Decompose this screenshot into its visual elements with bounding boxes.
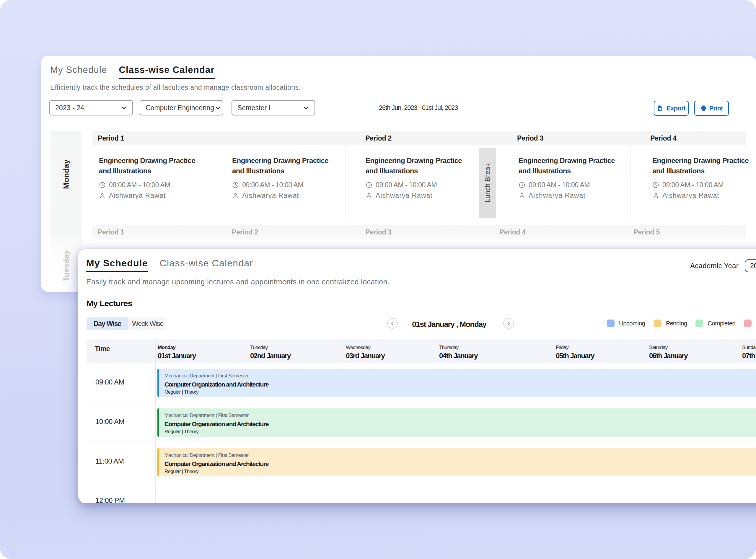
current-date: 01st January , Monday	[412, 320, 486, 329]
time-cell: 10:00 AM	[95, 418, 124, 426]
semester-select[interactable]: Semester I	[231, 100, 315, 115]
tab-my-schedule[interactable]: My Schedule	[86, 258, 148, 272]
legend-label: Pending	[666, 320, 687, 327]
day-header-thursday: Thursday 04th January	[439, 339, 477, 360]
class-card[interactable]: Engineering Drawing Practice and Illustr…	[99, 155, 217, 200]
legend-label: Completed	[708, 320, 735, 327]
lecture-event-upcoming[interactable]: Mechanical Department | First Semester C…	[157, 369, 756, 397]
tab-classwise-calendar[interactable]: Class-wise Calendar	[119, 65, 215, 79]
department-value: Computer Engineering	[146, 104, 214, 112]
legend-swatch	[654, 319, 662, 327]
clock-icon	[652, 182, 659, 188]
person-icon	[99, 192, 106, 199]
row-divider	[87, 363, 756, 363]
tab-my-schedule[interactable]: My Schedule	[50, 65, 107, 79]
academic-year-select[interactable]: 20	[745, 259, 756, 272]
legend-swatch	[607, 319, 615, 327]
chevron-down-icon	[120, 104, 128, 112]
event-department: Mechanical Department | First Semester	[164, 373, 756, 379]
next-day-button[interactable]	[503, 318, 514, 329]
day-name: Tuesday	[250, 344, 291, 351]
legend-label: Upcoming	[619, 320, 645, 327]
class-card[interactable]: Engineering Drawing Practice and Illustr…	[365, 155, 484, 200]
class-subject: Engineering Drawing Practice and Illustr…	[518, 155, 628, 176]
clock-icon	[365, 182, 372, 188]
day-date: 02nd January	[250, 352, 291, 360]
chevron-down-icon	[302, 104, 310, 112]
day-header-tuesday: Tuesday 02nd January	[250, 339, 291, 360]
class-time: 09:00 AM - 10:00 AM	[376, 181, 437, 189]
time-column-header: Time	[95, 345, 110, 353]
period-label: Period 3	[517, 134, 543, 142]
academic-year-value: 2023 - 24	[55, 104, 84, 112]
day-date: 03rd January	[346, 352, 384, 360]
time-cell: 12:00 PM	[95, 496, 125, 503]
academic-year-label: Academic Year	[690, 262, 739, 270]
event-title: Computer Organization and Architecture	[164, 381, 756, 388]
day-label-tuesday: Tuesday	[62, 250, 71, 282]
previous-day-button[interactable]	[387, 318, 398, 329]
lunch-break-label: Lunch Break	[484, 163, 491, 202]
person-icon	[232, 192, 239, 199]
row-divider	[87, 441, 756, 442]
class-card[interactable]: Engineering Drawing Practice and Illustr…	[652, 155, 756, 200]
week-date-range: 26th Jun, 2023 - 01st Jul, 2023	[379, 100, 458, 115]
legend-cancelled	[744, 319, 756, 327]
class-subject: Engineering Drawing Practice and Illustr…	[365, 155, 475, 176]
print-button[interactable]: Print	[694, 101, 729, 116]
person-icon	[652, 192, 659, 199]
day-label-monday: Monday	[62, 159, 71, 189]
day-date: 07th January	[742, 352, 756, 360]
export-button[interactable]: Export	[654, 101, 689, 116]
time-cell: 11:00 AM	[95, 457, 124, 465]
legend-upcoming: Upcoming	[607, 319, 645, 327]
tab-classwise-calendar[interactable]: Class-wise Calendar	[160, 258, 253, 272]
day-date: 06th January	[649, 352, 688, 360]
class-faculty: Aishwarya Rawat	[109, 192, 166, 200]
class-faculty: Aishwarya Rawat	[376, 192, 432, 200]
classwise-tabs: My Schedule Class-wise Calendar	[50, 65, 215, 79]
department-select[interactable]: Computer Engineering	[140, 100, 223, 115]
event-department: Mechanical Department | First Semester	[164, 452, 756, 458]
academic-year-select[interactable]: 2023 - 24	[49, 100, 133, 115]
event-department: Mechanical Department | First Semester	[164, 412, 756, 419]
lecture-event-pending[interactable]: Mechanical Department | First Semester C…	[157, 448, 756, 476]
class-faculty: Aishwarya Rawat	[242, 192, 299, 200]
schedule-table-header: Time Monday 01st January Tuesday 02nd Ja…	[87, 339, 756, 363]
lecture-event-completed[interactable]: Mechanical Department | First Semester C…	[157, 408, 756, 437]
event-tags: Regular | Theory	[164, 389, 756, 395]
person-icon	[518, 192, 525, 199]
class-subject: Engineering Drawing Practice and Illustr…	[232, 155, 341, 176]
class-faculty: Aishwarya Rawat	[529, 192, 585, 200]
chevron-down-icon	[214, 104, 222, 112]
my-schedule-card: My Schedule Class-wise Calendar Easily t…	[78, 249, 756, 503]
day-name: Friday	[556, 344, 594, 351]
day-date: 01st January	[158, 352, 196, 360]
day-date: 04th January	[439, 352, 477, 360]
class-card[interactable]: Engineering Drawing Practice and Illustr…	[232, 155, 350, 200]
clock-icon	[99, 182, 106, 188]
day-name: Wednesday	[346, 344, 384, 351]
day-header-wednesday: Wednesday 03rd January	[346, 339, 384, 360]
day-date: 05th January	[556, 352, 594, 360]
my-schedule-subtitle: Easily track and manage upcoming lecture…	[86, 277, 390, 286]
semester-value: Semester I	[238, 104, 270, 112]
day-header-monday: Monday 01st January	[158, 339, 196, 360]
print-icon	[701, 105, 707, 111]
screenshot-stage: My Schedule Class-wise Calendar Efficien…	[0, 0, 756, 559]
day-header-friday: Friday 05th January	[556, 339, 594, 360]
time-cell: 09:00 AM	[95, 378, 124, 386]
period-label: Period 4	[650, 134, 676, 142]
legend-swatch	[744, 319, 752, 327]
export-label: Export	[666, 105, 685, 112]
academic-year-value: 20	[750, 262, 756, 270]
week-wise-toggle[interactable]: Week Wise	[128, 317, 167, 330]
class-subject: Engineering Drawing Practice and Illustr…	[652, 155, 756, 176]
day-name: Thursday	[439, 344, 477, 351]
period-header-row-monday: Period 1 Period 2 Period 3 Period 4	[92, 131, 746, 145]
class-card[interactable]: Engineering Drawing Practice and Illustr…	[518, 155, 637, 200]
period-label: Period 1	[98, 134, 124, 142]
event-title: Computer Organization and Architecture	[164, 421, 756, 428]
clock-icon	[232, 182, 239, 188]
day-wise-toggle[interactable]: Day Wise	[87, 317, 128, 330]
